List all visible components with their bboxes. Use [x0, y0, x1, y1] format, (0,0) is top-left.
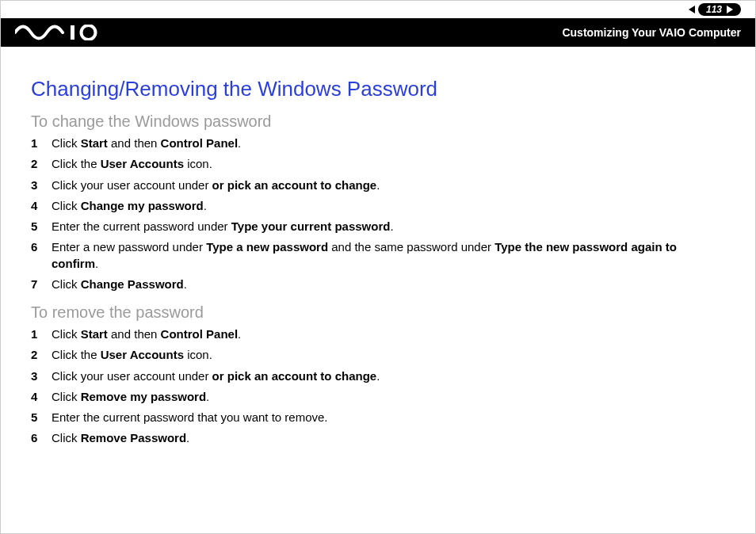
step-text: Click Start and then Control Panel. — [52, 135, 241, 151]
step-text: Enter the current password that you want… — [52, 410, 328, 425]
page-number: 113 — [706, 4, 722, 15]
step-text: Click Remove Password. — [52, 430, 189, 446]
step-item: 6Click Remove Password. — [31, 430, 725, 446]
step-number: 4 — [31, 389, 52, 405]
step-list: 1Click Start and then Control Panel.2Cli… — [31, 135, 725, 292]
step-text: Click Start and then Control Panel. — [52, 326, 241, 342]
step-number: 3 — [31, 368, 52, 384]
step-number: 1 — [31, 135, 52, 151]
next-page-icon[interactable] — [727, 6, 733, 13]
step-item: 1Click Start and then Control Panel. — [31, 135, 725, 151]
step-number: 6 — [31, 430, 52, 446]
step-item: 4Click Change my password. — [31, 198, 725, 214]
header-bar: Customizing Your VAIO Computer — [1, 18, 755, 47]
svg-rect-0 — [71, 25, 74, 40]
step-number: 2 — [31, 156, 52, 172]
step-number: 3 — [31, 177, 52, 193]
step-text: Enter the current password under Type yo… — [52, 219, 394, 235]
svg-point-1 — [82, 25, 96, 40]
step-text: Click your user account under or pick an… — [52, 177, 380, 193]
page-body: Changing/Removing the Windows Password T… — [1, 47, 755, 447]
step-number: 1 — [31, 326, 52, 342]
step-number: 2 — [31, 347, 52, 363]
step-item: 3Click your user account under or pick a… — [31, 368, 725, 384]
page-indicator: 113 — [698, 3, 741, 16]
step-item: 4Click Remove my password. — [31, 389, 725, 405]
vaio-logo — [15, 25, 118, 40]
step-item: 2Click the User Accounts icon. — [31, 156, 725, 172]
step-number: 5 — [31, 219, 52, 235]
page-title: Changing/Removing the Windows Password — [31, 77, 725, 101]
step-item: 5Enter the current password under Type y… — [31, 219, 725, 235]
header-line-1: 113 — [1, 1, 755, 18]
step-text: Enter a new password under Type a new pa… — [52, 239, 725, 272]
step-item: 1Click Start and then Control Panel. — [31, 326, 725, 342]
section-title[interactable]: Customizing Your VAIO Computer — [562, 26, 741, 39]
step-text: Click your user account under or pick an… — [52, 368, 380, 384]
step-number: 7 — [31, 277, 52, 292]
step-text: Click Remove my password. — [52, 389, 209, 405]
step-item: 3Click your user account under or pick a… — [31, 177, 725, 193]
step-list: 1Click Start and then Control Panel.2Cli… — [31, 326, 725, 447]
step-item: 2Click the User Accounts icon. — [31, 347, 725, 363]
subsection-heading: To change the Windows password — [31, 113, 725, 131]
step-number: 6 — [31, 239, 52, 255]
step-item: 7Click Change Password. — [31, 277, 725, 292]
prev-page-icon[interactable] — [689, 6, 695, 13]
step-text: Click the User Accounts icon. — [52, 347, 212, 363]
step-text: Click Change my password. — [52, 198, 207, 214]
step-item: 5Enter the current password that you wan… — [31, 410, 725, 425]
subsection-heading: To remove the password — [31, 303, 725, 322]
step-number: 4 — [31, 198, 52, 214]
step-text: Click the User Accounts icon. — [52, 156, 212, 172]
step-number: 5 — [31, 410, 52, 425]
step-text: Click Change Password. — [52, 277, 187, 292]
step-item: 6Enter a new password under Type a new p… — [31, 239, 725, 272]
